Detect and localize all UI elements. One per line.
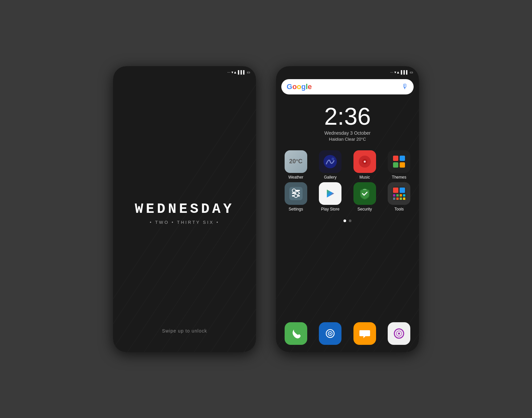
swipe-hint: Swipe up to unlock: [162, 328, 207, 334]
svg-rect-52: [396, 194, 399, 197]
status-icons-home: ··· ▾▲ ▌▌▌ ▭: [390, 70, 413, 74]
svg-rect-49: [393, 188, 398, 193]
battery-icon: ▭: [247, 70, 250, 74]
page-dot-2: [349, 219, 351, 222]
svg-rect-58: [403, 198, 405, 200]
app-settings[interactable]: Settings: [280, 182, 312, 211]
themes-label: Themes: [392, 175, 406, 180]
app-playstore[interactable]: Play Store: [315, 182, 346, 211]
music-icon: [353, 150, 376, 173]
svg-rect-35: [400, 156, 405, 161]
svg-rect-56: [396, 198, 399, 200]
google-logo: Google: [287, 82, 312, 91]
clock-date: Wednesday 3 October: [276, 130, 419, 136]
svg-rect-50: [400, 188, 405, 193]
lockscreen-content: WEDNESDAY • TWO • THIRTY SIX • Swipe up …: [113, 76, 256, 350]
page-indicator: [276, 217, 419, 225]
themes-icon: [388, 150, 410, 173]
settings-label: Settings: [289, 207, 303, 211]
status-bar-lock: ··· ▾▲ ▌▌▌ ▭: [113, 66, 256, 76]
page-dot-1: [343, 219, 346, 222]
svg-rect-51: [393, 194, 395, 197]
dock-camera[interactable]: [383, 322, 415, 345]
app-security[interactable]: Security: [349, 182, 381, 211]
playstore-icon: [319, 182, 341, 205]
svg-rect-34: [393, 156, 398, 161]
dock-solo[interactable]: [315, 322, 346, 345]
status-icons-lock: ··· ▾▲ ▌▌▌ ▭: [227, 70, 250, 74]
clock-time: 2:36: [276, 104, 419, 128]
battery-icon-home: ▭: [410, 70, 413, 74]
home-content: Google 🎙 2:36 Wednesday 3 October Haidia…: [276, 76, 419, 350]
settings-icon: [285, 182, 307, 205]
clock-widget: 2:36 Wednesday 3 October Haidian Clear 2…: [276, 98, 419, 145]
svg-rect-55: [393, 198, 395, 200]
solo-icon: [319, 322, 341, 345]
weather-icon: 20°C: [285, 150, 307, 173]
security-label: Security: [357, 207, 372, 211]
weather-label: Weather: [288, 175, 303, 180]
svg-point-44: [294, 194, 298, 198]
svg-rect-57: [400, 198, 402, 200]
phone-icon: [285, 322, 307, 345]
security-icon: [353, 182, 376, 205]
app-grid: 20°C Weather Gallery: [276, 145, 419, 217]
app-themes[interactable]: Themes: [383, 150, 415, 180]
mic-icon[interactable]: 🎙: [402, 83, 408, 90]
svg-point-68: [398, 333, 400, 335]
time-display: • TWO • THIRTY SIX •: [150, 220, 219, 225]
camera-icon: [388, 322, 410, 345]
svg-rect-37: [400, 162, 405, 168]
google-g: G: [287, 82, 292, 91]
wifi-icon: ▾▲: [231, 70, 237, 74]
day-display: WEDNESDAY: [135, 201, 234, 217]
svg-point-29: [332, 158, 334, 160]
svg-rect-53: [400, 194, 402, 197]
dots-icon-home: ···: [390, 70, 393, 74]
wifi-icon-home: ▾▲: [394, 70, 400, 74]
app-music[interactable]: Music: [349, 150, 381, 180]
tools-icon: [388, 182, 410, 205]
dock-phone[interactable]: [280, 322, 312, 345]
gallery-label: Gallery: [324, 175, 336, 180]
app-tools[interactable]: Tools: [383, 182, 415, 211]
tools-label: Tools: [394, 207, 404, 211]
google-search-bar[interactable]: Google 🎙: [281, 79, 414, 94]
dock-messages[interactable]: [349, 322, 381, 345]
svg-rect-54: [403, 194, 405, 197]
gallery-icon: [319, 150, 341, 173]
svg-rect-36: [393, 162, 398, 168]
app-gallery[interactable]: Gallery: [315, 150, 346, 180]
status-bar-home: ··· ▾▲ ▌▌▌ ▭: [276, 66, 419, 76]
phone-lockscreen: ··· ▾▲ ▌▌▌ ▭ WEDNESDAY • TWO • THIRTY SI…: [113, 66, 256, 352]
svg-point-42: [292, 189, 296, 192]
signal-icon: ▌▌▌: [238, 70, 246, 74]
signal-icon-home: ▌▌▌: [401, 70, 409, 74]
clock-weather: Haidian Clear 20°C: [276, 137, 419, 142]
app-weather[interactable]: 20°C Weather: [280, 150, 312, 180]
playstore-label: Play Store: [321, 207, 339, 211]
dots-icon: ···: [227, 70, 230, 74]
phone-homescreen: ··· ▾▲ ▌▌▌ ▭ Google 🎙 2:36 Wednesday 3 O…: [276, 66, 419, 352]
svg-point-63: [330, 333, 331, 334]
messages-icon: [353, 322, 376, 345]
music-label: Music: [359, 175, 370, 180]
dock: [276, 320, 419, 350]
svg-point-32: [364, 161, 366, 163]
